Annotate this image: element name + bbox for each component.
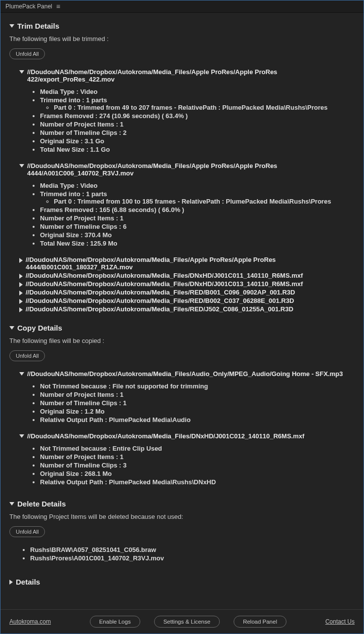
trim-file-toggle[interactable]: //DoudouNAS/home/Dropbox/Autokroma/Media… [19,289,355,296]
trim-file-toggle[interactable]: //DoudouNAS/home/Dropbox/Autokroma/Media… [19,68,355,83]
detail-not-trimmed: Not Trimmed because : Entire Clip Used [40,445,355,452]
copy-file-toggle[interactable]: //DoudouNAS/home/Dropbox/Autokroma/Media… [19,370,355,378]
enable-logs-button[interactable]: Enable Logs [90,616,140,628]
copy-file-path: //DoudouNAS/home/Dropbox/Autokroma/Media… [27,370,343,378]
detail-relative-path: Relative Output Path : PlumePacked Media… [40,478,355,486]
trim-file-toggle[interactable]: //DoudouNAS/home/Dropbox/Autokroma/Media… [19,305,355,313]
detail-original-size: Original Size : 268.1 Mo [40,470,355,477]
trim-file-toggle[interactable]: //DoudouNAS/home/Dropbox/Autokroma/Media… [19,162,355,177]
settings-license-button[interactable]: Settings & License [154,616,220,628]
trim-details-heading: Trim Details [17,22,59,30]
detail-original-size: Original Size : 370.4 Mo [40,231,355,239]
trim-file-path: //DoudouNAS/home/Dropbox/Autokroma/Media… [26,256,355,271]
trim-collapsed-list: //DoudouNAS/home/Dropbox/Autokroma/Media… [19,256,355,313]
chevron-down-icon [9,502,14,506]
panel-menu-icon[interactable]: ≡ [56,2,60,10]
trim-file-toggle[interactable]: //DoudouNAS/home/Dropbox/Autokroma/Media… [19,297,355,304]
detail-part: Part 0 : Trimmed from 49 to 207 frames -… [54,104,355,111]
chevron-down-icon [9,326,14,330]
copy-file-block: //DoudouNAS/home/Dropbox/Autokroma/Media… [19,370,355,423]
detail-project-items: Number of Project Items : 1 [40,391,355,398]
contact-us-link[interactable]: Contact Us [325,618,355,625]
trim-file-toggle[interactable]: //DoudouNAS/home/Dropbox/Autokroma/Media… [19,256,355,271]
panel-title: PlumePack Panel [5,3,52,10]
detail-relative-path: Relative Output Path : PlumePacked Media… [40,416,355,423]
detail-original-size: Original Size : 3.1 Go [40,137,355,145]
detail-project-items: Number of Project Items : 1 [40,214,355,222]
detail-new-size: Total New Size : 1.1 Go [40,146,355,153]
chevron-right-icon [19,291,23,296]
copy-file-details: Not Trimmed because : Entire Clip Used N… [40,445,355,486]
detail-media-type: Media Type : Video [40,182,355,189]
details-heading: Details [16,578,40,586]
chevron-right-icon [19,274,23,279]
detail-new-size: Total New Size : 125.9 Mo [40,240,355,247]
chevron-down-icon [19,70,24,74]
delete-item: Rushs\BRAW\A057_08251041_C056.braw [30,546,355,553]
chevron-down-icon [19,372,24,376]
detail-media-type: Media Type : Video [40,88,355,95]
copy-unfold-all-button[interactable]: Unfold All [9,350,45,361]
detail-project-items: Number of Project Items : 1 [40,453,355,461]
titlebar: PlumePack Panel ≡ [0,0,364,13]
trim-file-toggle[interactable]: //DoudouNAS/home/Dropbox/Autokroma/Media… [19,280,355,288]
copy-details-toggle[interactable]: Copy Details [9,324,355,332]
chevron-right-icon [19,307,23,312]
trim-file-path: //DoudouNAS/home/Dropbox/Autokroma/Media… [26,280,303,288]
autokroma-link[interactable]: Autokroma.com [9,618,51,625]
trim-file-toggle[interactable]: //DoudouNAS/home/Dropbox/Autokroma/Media… [19,272,355,279]
delete-details-heading: Delete Details [17,500,66,508]
trim-file-block: //DoudouNAS/home/Dropbox/Autokroma/Media… [19,68,355,153]
trim-file-path: //DoudouNAS/home/Dropbox/Autokroma/Media… [27,162,355,177]
detail-trimmed-into: Trimmed into : 1 parts Part 0 : Trimmed … [40,190,355,205]
trim-file-path: //DoudouNAS/home/Dropbox/Autokroma/Media… [26,305,293,313]
copy-file-block: //DoudouNAS/home/Dropbox/Autokroma/Media… [19,432,355,486]
trim-file-path: //DoudouNAS/home/Dropbox/Autokroma/Media… [26,289,295,296]
detail-trimmed-into: Trimmed into : 1 parts Part 0 : Trimmed … [40,96,355,111]
copy-subtext: The following files will be copied : [9,337,355,344]
trim-file-path: //DoudouNAS/home/Dropbox/Autokroma/Media… [27,68,355,83]
detail-original-size: Original Size : 1.2 Mo [40,408,355,415]
trim-subtext: The following files will be trimmed : [9,35,355,42]
content-area: Trim Details The following files will be… [0,13,364,609]
footer-buttons: Enable Logs Settings & License Reload Pa… [90,616,286,628]
detail-timeline-clips: Number of Timeline Clips : 1 [40,399,355,407]
delete-item: Rushs\Prores\A001C001_140702_R3VJ.mov [30,554,355,562]
chevron-right-icon [9,580,13,585]
delete-unfold-all-button[interactable]: Unfold All [9,526,45,537]
chevron-down-icon [19,164,24,168]
delete-details-toggle[interactable]: Delete Details [9,500,355,508]
chevron-down-icon [19,434,24,438]
chevron-down-icon [9,24,14,28]
detail-part: Part 0 : Trimmed from 100 to 185 frames … [54,198,355,205]
chevron-right-icon [19,282,23,287]
details-toggle[interactable]: Details [9,578,355,586]
detail-not-trimmed: Not Trimmed because : File not supported… [40,382,355,390]
copy-file-path: //DoudouNAS/home/Dropbox/Autokroma/Media… [27,432,304,440]
trim-file-path: //DoudouNAS/home/Dropbox/Autokroma/Media… [26,297,294,304]
chevron-right-icon [19,299,23,304]
trim-file-details: Media Type : Video Trimmed into : 1 part… [40,88,355,153]
footer: Autokroma.com Enable Logs Settings & Lic… [0,609,364,634]
detail-timeline-clips: Number of Timeline Clips : 2 [40,129,355,136]
delete-subtext: The following Project Items will be dele… [9,513,355,520]
trim-details-toggle[interactable]: Trim Details [9,22,355,30]
copy-file-details: Not Trimmed because : File not supported… [40,382,355,423]
copy-file-toggle[interactable]: //DoudouNAS/home/Dropbox/Autokroma/Media… [19,432,355,440]
detail-frames-removed: Frames Removed : 165 (6.88 seconds) ( 66… [40,206,355,213]
reload-panel-button[interactable]: Reload Panel [234,616,286,628]
trim-unfold-all-button[interactable]: Unfold All [9,48,45,59]
detail-frames-removed: Frames Removed : 274 (10.96 seconds) ( 6… [40,112,355,120]
detail-timeline-clips: Number of Timeline Clips : 6 [40,223,355,230]
copy-details-heading: Copy Details [17,324,62,332]
trim-file-details: Media Type : Video Trimmed into : 1 part… [40,182,355,247]
delete-item-list: Rushs\BRAW\A057_08251041_C056.braw Rushs… [30,546,355,562]
trim-file-block: //DoudouNAS/home/Dropbox/Autokroma/Media… [19,162,355,247]
detail-project-items: Number of Project Items : 1 [40,121,355,128]
detail-timeline-clips: Number of Timeline Clips : 3 [40,462,355,469]
chevron-right-icon [19,258,23,263]
trim-file-path: //DoudouNAS/home/Dropbox/Autokroma/Media… [26,272,303,279]
